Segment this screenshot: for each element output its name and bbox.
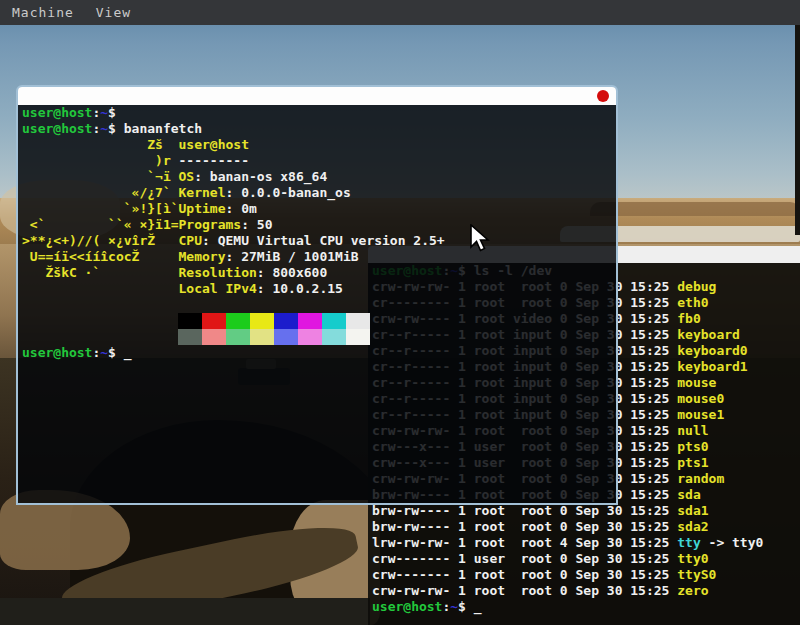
terminal-row: crw------- 1 root root 0 Sep 30 15:25 tt… — [372, 567, 800, 583]
palette-swatch — [346, 313, 370, 329]
terminal-row: Local IPv4: 10.0.2.15 — [22, 281, 616, 297]
menu-item-machine[interactable]: Machine — [12, 5, 74, 21]
terminal-row: Zš user@host — [22, 137, 616, 153]
terminal-row: lrw-rw-rw- 1 root root 4 Sep 30 15:25 tt… — [372, 535, 800, 551]
palette-swatch — [298, 329, 322, 345]
terminal-row: brw-rw---- 1 root root 0 Sep 30 15:25 sd… — [372, 503, 800, 519]
palette-swatch — [226, 313, 250, 329]
palette-swatch — [178, 329, 202, 345]
palette-swatch — [202, 329, 226, 345]
terminal-row: crw-rw-rw- 1 root root 0 Sep 30 15:25 ze… — [372, 583, 800, 599]
palette-swatch — [250, 313, 274, 329]
wallpaper-edge — [795, 0, 800, 235]
terminal-row: user@host:~$ _ — [372, 599, 800, 615]
wallpaper-ridge — [590, 202, 800, 216]
palette-swatch — [298, 313, 322, 329]
palette-swatch — [274, 313, 298, 329]
terminal1-titlebar[interactable]: Terminal — [18, 87, 616, 105]
terminal-row: <` ``« ×}ï1=Programs: 50 — [22, 217, 616, 233]
palette-swatch — [322, 329, 346, 345]
terminal-window-1: Terminal user@host:~$user@host:~$ bananf… — [16, 85, 618, 505]
terminal-row — [22, 297, 616, 313]
terminal-row: U==íï<<ííîcocŽ Memory: 27MiB / 1001MiB — [22, 249, 616, 265]
terminal-row: user@host:~$ _ — [22, 345, 616, 361]
palette-swatch — [346, 329, 370, 345]
vm-menubar: MachineView — [0, 0, 800, 25]
menu-item-view[interactable]: View — [96, 5, 131, 21]
palette-swatch — [226, 329, 250, 345]
terminal-row: )r --------- — [22, 153, 616, 169]
terminal-row: >**¿<+)//( ×¿vîrŽ CPU: QEMU Virtual CPU … — [22, 233, 616, 249]
palette-swatch — [250, 329, 274, 345]
terminal-row: user@host:~$ — [22, 105, 616, 121]
terminal-row: «/¿7` Kernel: 0.0.0-banan_os — [22, 185, 616, 201]
palette-swatch — [274, 329, 298, 345]
vm-screen: Terminal user@host:~$ ls -l /devcrw-rw-r… — [0, 0, 800, 625]
palette-swatch — [178, 313, 202, 329]
terminal-row: ŽškC ·` Resolution: 800x600 — [22, 265, 616, 281]
terminal-row: `¬ï OS: banan-os x86_64 — [22, 169, 616, 185]
terminal-row: `»!}[ì`Uptime: 0m — [22, 201, 616, 217]
terminal-row — [178, 329, 616, 345]
palette-swatch — [322, 313, 346, 329]
terminal-row — [178, 313, 616, 329]
terminal1-content[interactable]: user@host:~$user@host:~$ bananfetch Zš u… — [18, 105, 616, 503]
terminal-row: brw-rw---- 1 root root 0 Sep 30 15:25 sd… — [372, 519, 800, 535]
terminal-row: user@host:~$ bananfetch — [22, 121, 616, 137]
terminal-row: crw------- 1 user root 0 Sep 30 15:25 tt… — [372, 551, 800, 567]
mouse-cursor-icon — [468, 224, 490, 254]
wallpaper-bottom-rocks — [0, 598, 370, 625]
close-button[interactable] — [597, 90, 609, 102]
palette-swatch — [202, 313, 226, 329]
